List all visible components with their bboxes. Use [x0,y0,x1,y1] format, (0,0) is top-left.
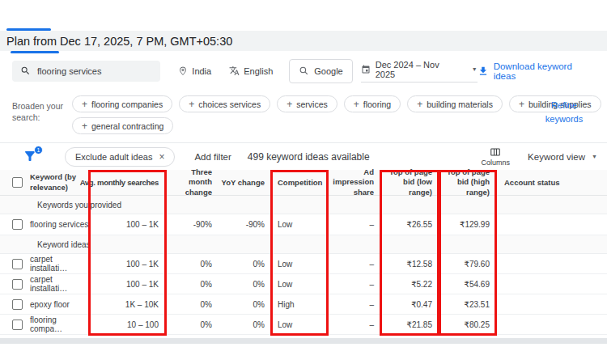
filter-chip-exclude-adult-ideas[interactable]: Exclude adult ideas × [65,147,175,167]
columns-button[interactable]: Columns [482,146,511,167]
cell-avg: 100 – 1K [89,220,166,229]
language-selector[interactable]: English [229,66,273,76]
cell-competition: Low [271,280,328,289]
row-checkbox[interactable] [12,320,23,330]
broaden-chip-label: flooring [363,99,391,109]
header-top-bid-high[interactable]: Top of page bid (high range) [439,167,496,197]
search-network-icon [299,66,309,76]
keyword-text: epoxy floor [30,300,70,309]
cell-ad-share: – [328,220,380,229]
cell-bid-high: ₹129.99 [439,220,496,229]
select-all-checkbox[interactable] [12,177,23,188]
close-icon[interactable]: × [159,151,164,163]
cell-bid-high: ₹23.51 [439,300,496,309]
network-value: Google [314,66,342,76]
cell-ad-share: – [328,260,380,269]
row-checkbox[interactable] [12,279,23,290]
plan-title-bar: Plan from Dec 17, 2025, 7 PM, GMT+05:30 [0,31,607,51]
search-input[interactable]: flooring services [12,61,160,82]
plus-icon: + [189,99,194,110]
add-filter-button[interactable]: Add filter [194,152,231,162]
keyword-planner-page: Plan from Dec 17, 2025, 7 PM, GMT+05:30 … [0,0,607,364]
broaden-chip-label: building materials [427,99,493,109]
cell-yoy: 0% [219,320,271,329]
chips-row-1: +flooring companies+choices services+ser… [72,95,537,112]
cell-yoy: 0% [219,280,271,289]
broaden-chip[interactable]: +flooring companies [72,95,172,112]
header-competition[interactable]: Competition [271,178,328,187]
calendar-icon [361,65,371,74]
location-value: India [192,66,211,76]
search-value: flooring services [37,66,101,76]
header-avg-monthly-searches[interactable]: Avg. monthly searches [89,178,166,187]
broaden-search-section: Broaden your search: +flooring companies… [0,91,607,142]
broaden-label: Broaden your search: [12,95,67,139]
broaden-chip[interactable]: +flooring [344,95,401,112]
translate-icon [229,66,240,76]
active-tab-indicator-top [6,28,51,31]
keyword-view-dropdown[interactable]: Keyword view ▼ [528,152,597,162]
date-range-selector[interactable]: Dec 2024 – Nov 2025 ▼ [361,60,478,83]
header-three-month-change[interactable]: Three month change [166,167,219,197]
table-section-label: Keyword ideas [0,235,607,254]
download-keyword-ideas-button[interactable]: Download keyword ideas [478,61,596,81]
cell-bid-low: ₹0.47 [380,300,439,309]
header-top-bid-low[interactable]: Top of page bid (low range) [380,167,439,197]
cell-bid-low: ₹5.22 [380,280,439,289]
cell-bid-low: ₹26.55 [380,220,439,229]
cell-keyword: epoxy floor [0,299,89,310]
filter-count-badge: 1 [34,146,43,154]
active-tab-indicator-bottom [11,51,59,53]
cell-avg: 1K – 10K [89,300,166,309]
filters-button[interactable]: 1 [23,149,39,165]
plus-icon: + [82,121,87,132]
cell-keyword: carpet installati… [0,275,89,293]
cell-keyword: flooring services [0,219,89,230]
table-row: carpet installati…100 – 1K0%0%Low–₹12.58… [0,254,607,274]
header-yoy-change[interactable]: YoY change [219,178,271,187]
cell-avg: 10 – 100 [89,320,166,329]
keyword-text: flooring compa… [30,315,89,333]
row-checkbox[interactable] [12,219,23,230]
cell-yoy: 0% [219,300,271,309]
cell-three-month: 0% [166,260,219,269]
row-checkbox[interactable] [12,259,23,269]
plus-icon: + [287,99,292,110]
toolbar: flooring services India English Google D [0,51,607,91]
header-ad-impression-share[interactable]: Ad impression share [328,167,380,197]
search-icon [20,66,31,76]
network-selector[interactable]: Google [289,59,352,83]
cell-avg: 100 – 1K [89,280,166,289]
cell-bid-high: ₹80.25 [439,320,496,329]
keyword-text: flooring services [30,220,88,229]
broaden-chip-label: choices services [198,99,261,109]
cell-competition: Low [271,260,328,269]
broaden-chip-label: flooring companies [91,99,163,109]
header-account-status[interactable]: Account status [496,178,607,187]
cell-competition: Low [271,220,328,229]
cell-competition: Low [271,320,328,329]
cell-three-month: 0% [166,280,219,289]
cell-avg: 100 – 1K [89,260,166,269]
cell-bid-low: ₹21.85 [380,320,439,329]
page-title: Plan from Dec 17, 2025, 7 PM, GMT+05:30 [6,35,232,48]
download-label: Download keyword ideas [494,61,596,81]
row-checkbox[interactable] [12,299,23,310]
location-selector[interactable]: India [178,66,211,76]
chevron-down-icon: ▼ [472,66,478,72]
broaden-chip[interactable]: +services [277,95,337,112]
table-row: epoxy floor1K – 10K0%0%High–₹0.47₹23.51 [0,294,607,315]
cell-bid-high: ₹79.60 [439,260,496,269]
keyword-view-label: Keyword view [528,152,585,162]
horizontal-scrollbar[interactable] [0,338,607,344]
broaden-chip[interactable]: +choices services [179,95,270,112]
cell-three-month: -90% [166,220,219,229]
chevron-down-icon: ▼ [592,154,597,159]
language-value: English [244,66,273,76]
broaden-chip[interactable]: +building materials [407,95,503,112]
broaden-chip[interactable]: +general contracting [72,117,173,134]
location-pin-icon [178,66,188,76]
broaden-chip-label: general contracting [91,121,163,131]
columns-icon [490,146,501,158]
refine-keywords-button[interactable]: Refine keywords [539,99,589,125]
